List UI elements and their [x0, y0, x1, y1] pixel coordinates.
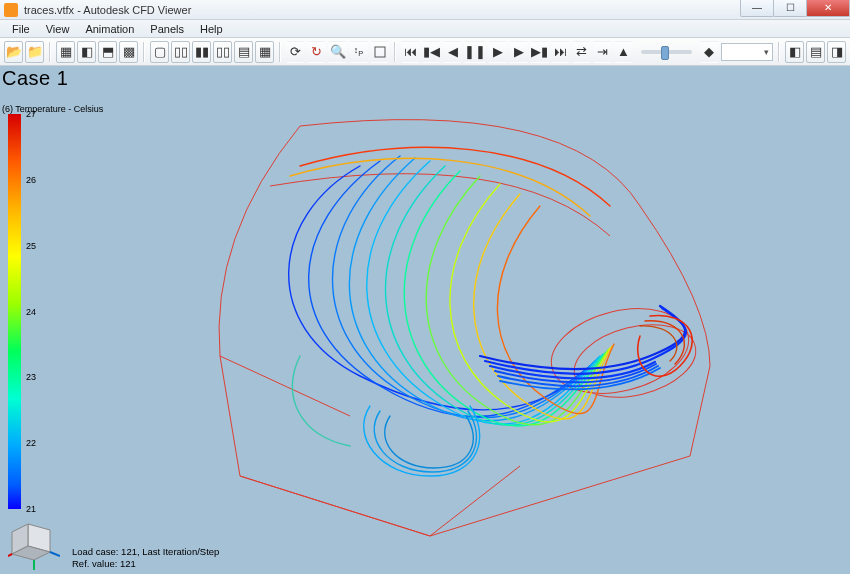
- svg-line-7: [8, 554, 12, 558]
- menu-view[interactable]: View: [38, 21, 78, 37]
- zoom-extents-button[interactable]: [370, 41, 389, 63]
- legend-tick: 22: [26, 438, 36, 448]
- next-keyframe-button[interactable]: ▶▮: [530, 41, 549, 63]
- layout-2-button[interactable]: ▯▯: [171, 41, 190, 63]
- viewport-h-button[interactable]: ◧: [77, 41, 96, 63]
- menu-file[interactable]: File: [4, 21, 38, 37]
- last-frame-button[interactable]: ⏭: [551, 41, 570, 63]
- axes-cube-icon[interactable]: [8, 518, 60, 570]
- legend-tick: 27: [26, 109, 36, 119]
- svg-rect-0: [375, 47, 385, 57]
- titlebar: traces.vtfx - Autodesk CFD Viewer — ☐ ✕: [0, 0, 850, 20]
- legend-tick: 25: [26, 241, 36, 251]
- legend-tick: 26: [26, 175, 36, 185]
- layout-4-button[interactable]: ▯▯: [213, 41, 232, 63]
- window-buttons: — ☐ ✕: [741, 0, 850, 17]
- streamline-render: [150, 106, 790, 556]
- svg-line-8: [50, 552, 60, 556]
- prev-frame-button[interactable]: ◀: [443, 41, 462, 63]
- layout-5-button[interactable]: ▤: [234, 41, 253, 63]
- viewport-v-button[interactable]: ⬒: [98, 41, 117, 63]
- case-title: Case 1: [2, 67, 68, 90]
- legend-title: (6) Temperature - Celsius: [2, 104, 103, 114]
- speed-slider[interactable]: [641, 50, 692, 54]
- maximize-button[interactable]: ☐: [773, 0, 807, 17]
- folder-button[interactable]: 📁: [25, 41, 44, 63]
- panel-right-button[interactable]: ◨: [827, 41, 846, 63]
- layout-3-button[interactable]: ▮▮: [192, 41, 211, 63]
- menu-help[interactable]: Help: [192, 21, 231, 37]
- separator: [49, 42, 51, 62]
- toolbar: 📂 📁 ▦ ◧ ⬒ ▩ ▢ ▯▯ ▮▮ ▯▯ ▤ ▦ ⟳ ↻ 🔍 ↕P ⏮ ▮◀…: [0, 38, 850, 66]
- config-button[interactable]: ↕P: [349, 41, 368, 63]
- viewport-quad-button[interactable]: ▩: [119, 41, 138, 63]
- status-line-2: Ref. value: 121: [72, 558, 219, 570]
- open-button[interactable]: 📂: [4, 41, 23, 63]
- minimize-button[interactable]: —: [740, 0, 774, 17]
- layout-6-button[interactable]: ▦: [255, 41, 274, 63]
- status-line-1: Load case: 121, Last Iteration/Step: [72, 546, 219, 558]
- loop-button[interactable]: ⇄: [572, 41, 591, 63]
- separator: [778, 42, 780, 62]
- speed-up-button[interactable]: ◆: [700, 41, 719, 63]
- once-button[interactable]: ⇥: [593, 41, 612, 63]
- frame-dropdown[interactable]: [721, 43, 773, 61]
- viewport-3d[interactable]: Case 1 (6) Temperature - Celsius 2726252…: [0, 66, 850, 574]
- app-icon: [4, 3, 18, 17]
- prev-keyframe-button[interactable]: ▮◀: [422, 41, 441, 63]
- legend-tick: 23: [26, 372, 36, 382]
- separator: [394, 42, 396, 62]
- menu-panels[interactable]: Panels: [142, 21, 192, 37]
- legend-tick: 24: [26, 307, 36, 317]
- menu-animation[interactable]: Animation: [77, 21, 142, 37]
- color-legend: [8, 114, 21, 509]
- viewport-single-button[interactable]: ▦: [56, 41, 75, 63]
- first-frame-button[interactable]: ⏮: [401, 41, 420, 63]
- next-frame-button[interactable]: ▶: [509, 41, 528, 63]
- status-box: Load case: 121, Last Iteration/Step Ref.…: [72, 546, 219, 570]
- menubar: File View Animation Panels Help: [0, 20, 850, 38]
- window-title: traces.vtfx - Autodesk CFD Viewer: [22, 4, 850, 16]
- panel-bottom-button[interactable]: ▤: [806, 41, 825, 63]
- speed-down-button[interactable]: ▲: [614, 41, 633, 63]
- play-button[interactable]: ▶: [488, 41, 507, 63]
- legend-ticks: 27262524232221: [26, 110, 46, 513]
- refresh-button[interactable]: ⟳: [286, 41, 305, 63]
- separator: [143, 42, 145, 62]
- separator: [279, 42, 281, 62]
- cycle-button[interactable]: ↻: [307, 41, 326, 63]
- close-button[interactable]: ✕: [806, 0, 850, 17]
- layout-1-button[interactable]: ▢: [150, 41, 169, 63]
- zoom-button[interactable]: 🔍: [328, 41, 347, 63]
- legend-tick: 21: [26, 504, 36, 514]
- panel-left-button[interactable]: ◧: [785, 41, 804, 63]
- pause-button[interactable]: ❚❚: [464, 41, 486, 63]
